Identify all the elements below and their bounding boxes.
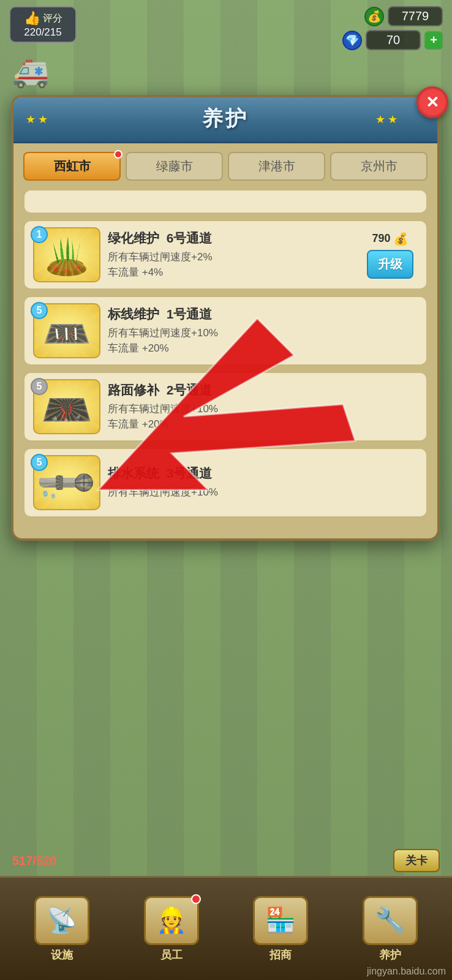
item-lumian-desc2: 车流量 +20% [108, 417, 418, 432]
nav-yuangong-label: 员工 [160, 948, 183, 962]
star-4: ★ [388, 113, 397, 126]
item-lvhua-title: 绿化维护 6号通道 [108, 230, 355, 247]
partial-item-card [23, 189, 428, 214]
item-paishui-desc1: 所有车辆过闸速度+10% [108, 484, 418, 500]
bottom-nav: 📡 设施 👷 员工 🏪 招商 🔧 养护 [0, 876, 452, 980]
tab-lvteng-label: 绿藤市 [156, 159, 193, 173]
star-1: ★ [26, 113, 36, 126]
item-lumian-level: 5 [31, 378, 48, 395]
item-paishui: 5 [23, 448, 428, 518]
modal-header: ★ ★ 养护 ★ ★ ✕ [13, 97, 437, 143]
item-biaoxian-title: 标线维护 1号通道 [108, 306, 418, 323]
item-biaoxian-level: 5 [31, 302, 48, 319]
tab-xihong-notif [114, 150, 122, 159]
nav-yuangong-notif [191, 894, 201, 904]
item-lumian-info: 路面修补 2号通道 所有车辆过闸速度+10% 车流量 +20% [108, 382, 418, 432]
nav-sheshi-icon: 📡 [34, 896, 89, 945]
item-lvhua-cost-value: 790 [372, 232, 390, 245]
close-button[interactable]: ✕ [416, 86, 448, 118]
tab-xihong-label: 西虹市 [54, 159, 91, 173]
tab-jingzhou-label: 京州市 [361, 159, 397, 173]
item-lumian-title: 路面修补 2号通道 [108, 382, 418, 399]
item-lvhua: 1 [23, 220, 428, 290]
item-lumian: 5 [23, 372, 428, 442]
item-lumian-desc1: 所有车辆过闸速度+10% [108, 401, 418, 417]
nav-yanhu[interactable]: 🔧 养护 [337, 896, 443, 962]
money-bar: 💰 7779 [364, 6, 443, 26]
resources-panel: 💰 7779 💎 70 + [342, 6, 443, 50]
item-paishui-title: 排水系统 3号通道 [108, 465, 418, 482]
nav-yanhu-label: 养护 [379, 948, 401, 962]
modal-body: 西虹市 绿藤市 津港市 京州市 1 [13, 143, 437, 526]
item-biaoxian: 5 [23, 296, 428, 366]
score-value: 220/215 [24, 26, 61, 39]
add-diamond-button[interactable]: + [424, 31, 443, 50]
zhaoshang-icon-img: 🏪 [265, 906, 296, 935]
diamond-bar: 💎 70 + [342, 30, 443, 50]
nav-sheshi[interactable]: 📡 设施 [9, 896, 115, 962]
top-hud: 👍 评分 220/215 💰 7779 💎 70 + [0, 0, 452, 98]
modal-title: 养护 [202, 105, 249, 133]
nav-zhaoshang[interactable]: 🏪 招商 [228, 896, 334, 962]
tab-lvteng[interactable]: 绿藤市 [126, 152, 223, 181]
item-lvhua-level: 1 [31, 226, 48, 243]
sheshi-icon-img: 📡 [47, 906, 77, 935]
tab-xihong[interactable]: 西虹市 [23, 152, 121, 181]
item-biaoxian-desc1: 所有车辆过闸速度+10% [108, 325, 418, 341]
nav-sheshi-label: 设施 [51, 948, 73, 962]
item-lvhua-right: 790 💰 升级 [363, 232, 418, 279]
level-status: 517/520 [12, 854, 56, 868]
nav-yuangong[interactable]: 👷 员工 [119, 896, 225, 962]
close-level-button[interactable]: 关卡 [393, 849, 440, 872]
tab-jingzhou[interactable]: 京州市 [330, 152, 428, 181]
watermark: jingyan.baidu.com [367, 966, 446, 977]
score-badge: 👍 评分 220/215 [9, 6, 77, 43]
tab-jingang-label: 津港市 [258, 159, 295, 173]
nav-zhaoshang-label: 招商 [269, 948, 292, 962]
score-text: 评分 [43, 12, 62, 25]
item-lvhua-info: 绿化维护 6号通道 所有车辆过闸速度+2% 车流量 +4% [108, 230, 355, 281]
yanhu-icon-img: 🔧 [375, 906, 405, 935]
stars-right: ★ ★ [375, 113, 397, 126]
star-2: ★ [38, 113, 48, 126]
maintenance-modal: ★ ★ 养护 ★ ★ ✕ 西虹市 绿藤市 津港市 京州市 [11, 95, 440, 541]
item-paishui-level: 5 [31, 454, 48, 471]
upgrade-lvhua-button[interactable]: 升级 [367, 250, 413, 279]
score-label: 👍 评分 [24, 10, 62, 26]
item-paishui-info: 排水系统 3号通道 所有车辆过闸速度+10% [108, 465, 418, 500]
cost-money-icon: 💰 [393, 232, 409, 246]
yuangong-icon-img: 👷 [156, 906, 187, 935]
nav-yanhu-icon: 🔧 [363, 896, 418, 945]
diamond-value: 70 [366, 30, 421, 50]
nav-zhaoshang-icon: 🏪 [253, 896, 308, 945]
money-icon: 💰 [364, 7, 384, 26]
item-biaoxian-desc2: 车流量 +20% [108, 341, 418, 356]
diamond-icon: 💎 [342, 31, 362, 50]
money-value: 7779 [388, 6, 443, 26]
item-lvhua-desc2: 车流量 +4% [108, 265, 355, 281]
star-3: ★ [375, 113, 385, 126]
items-list: 1 [23, 220, 428, 518]
tab-jingang[interactable]: 津港市 [228, 152, 325, 181]
stars-left: ★ ★ [26, 113, 48, 126]
item-biaoxian-info: 标线维护 1号通道 所有车辆过闸速度+10% 车流量 +20% [108, 306, 418, 356]
nav-yuangong-icon: 👷 [144, 896, 199, 945]
item-lvhua-desc1: 所有车辆过闸速度+2% [108, 249, 355, 265]
city-tabs: 西虹市 绿藤市 津港市 京州市 [23, 152, 428, 181]
item-lvhua-cost: 790 💰 [372, 232, 408, 246]
bottom-status-row: 517/520 关卡 [0, 845, 452, 876]
